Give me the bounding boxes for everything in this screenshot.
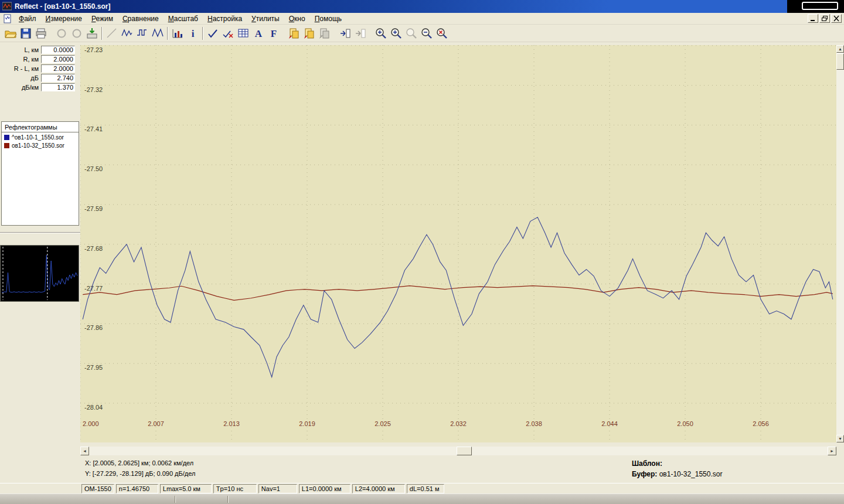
paste-from-buffer-button[interactable] — [338, 26, 353, 41]
trace-chart[interactable]: -27.23-27.32-27.41-27.50-27.59-27.68-27.… — [80, 45, 836, 442]
menu-item-compare[interactable]: Сравнение — [118, 13, 164, 24]
reflectogram-item-1[interactable]: ^ов1-10-1_1550.sor — [2, 132, 79, 141]
y-range-info: Y: [-27.229, -28.129] дБ; 0.090 дБ/дел — [85, 470, 195, 477]
zoom-in-y-button[interactable] — [389, 26, 404, 41]
text-a-button[interactable]: A — [251, 26, 266, 41]
measure-start-icon — [55, 27, 68, 40]
measure-label-db-per-km: дБ/км — [0, 84, 41, 91]
zoom-reset-icon — [435, 27, 448, 40]
reflectograms-header: Рефлектограммы — [2, 122, 79, 132]
document-icon[interactable] — [4, 14, 12, 23]
scrollbar-corner — [836, 447, 844, 455]
trace-view-1-button[interactable] — [120, 26, 135, 41]
menu-item-settings[interactable]: Настройка — [203, 13, 247, 24]
svg-text:A: A — [255, 28, 263, 39]
scroll-up-icon[interactable]: ▲ — [836, 45, 844, 53]
save-button[interactable] — [18, 26, 33, 41]
marker-apply-button[interactable] — [205, 26, 220, 41]
info-button[interactable]: i — [185, 26, 200, 41]
menu-item-mode[interactable]: Режим — [87, 13, 118, 24]
copy-to-template-button[interactable] — [287, 26, 302, 41]
menu-item-scale[interactable]: Масштаб — [164, 13, 203, 24]
status-panel-refraction-index: n=1.46750 — [116, 484, 158, 493]
reflectograms-panel: Рефлектограммы ^ов1-10-1_1550.sorов1-10-… — [1, 121, 79, 226]
params-chart-icon — [171, 27, 184, 40]
trace-color-swatch — [4, 143, 9, 148]
marker-delete-button[interactable] — [220, 26, 236, 41]
reflectograms-list: ^ов1-10-1_1550.sorов1-10-32_1550.sor — [2, 132, 79, 149]
overview-thumbnail[interactable] — [0, 245, 79, 302]
svg-text:i: i — [192, 28, 195, 39]
measure-row-l-km: L, км0.0000 — [0, 46, 80, 54]
marker-delete-icon — [222, 27, 234, 40]
copy-disabled-icon — [318, 27, 331, 40]
svg-text:-27.50: -27.50 — [84, 165, 103, 172]
trace-view-2-button[interactable] — [135, 26, 150, 41]
vertical-scrollbar[interactable]: ▲ ▼ — [836, 45, 844, 442]
svg-text:2.019: 2.019 — [299, 420, 315, 427]
trace-color-swatch — [4, 135, 9, 140]
buffer-info: Буфер: ов1-10-32_1550.sor — [632, 470, 722, 478]
status-panel-averaging: Nav=1 — [258, 484, 297, 493]
x-range-info: X: [2.0005, 2.0625] км; 0.0062 км/дел — [85, 459, 193, 466]
text-f-button[interactable]: F — [266, 26, 281, 41]
scroll-down-icon[interactable]: ▼ — [836, 435, 844, 442]
status-panel-pulse-width: Tp=10 нс — [213, 484, 257, 493]
vertical-scroll-thumb[interactable] — [836, 53, 844, 70]
copy-to-buffer-button[interactable] — [302, 26, 317, 41]
copy-to-template-icon — [288, 27, 301, 40]
zoom-out-icon — [420, 27, 433, 40]
menu-item-help[interactable]: Помощь — [310, 13, 346, 24]
menu-item-measurement[interactable]: Измерение — [41, 13, 87, 24]
copy-disabled-button — [317, 26, 332, 41]
reflectogram-item-2[interactable]: ов1-10-32_1550.sor — [2, 141, 79, 149]
measure-value-db: 2.740 — [41, 74, 75, 82]
events-table-button[interactable] — [236, 26, 251, 41]
svg-text:-27.23: -27.23 — [84, 46, 103, 53]
text-f-icon: F — [267, 27, 280, 40]
events-table-icon — [237, 27, 250, 40]
measure-row-r-km: R, км2.0000 — [0, 55, 80, 63]
svg-text:2.032: 2.032 — [450, 420, 467, 427]
window-buttons-outline[interactable] — [802, 2, 838, 10]
menu-item-file[interactable]: Файл — [14, 13, 41, 24]
save-to-device-button[interactable] — [84, 26, 100, 41]
horizontal-scrollbar[interactable]: ◄ ► — [80, 447, 836, 455]
measure-start-button — [54, 26, 69, 41]
open-button[interactable] — [3, 26, 18, 41]
measure-value-db-per-km: 1.370 — [41, 83, 75, 91]
zoom-reset-button[interactable] — [434, 26, 450, 41]
zoom-out-button[interactable] — [419, 26, 434, 41]
menu-item-utilities[interactable]: Утилиты — [247, 13, 284, 24]
toolbar-separator — [167, 27, 168, 40]
line-approx-button — [104, 26, 120, 41]
params-chart-button[interactable] — [170, 26, 185, 41]
print-icon — [35, 27, 47, 40]
measure-value-r-km: 2.0000 — [41, 55, 75, 63]
measure-value-r-minus-l-km: 2.0000 — [41, 64, 75, 73]
zoom-in-x-icon — [375, 27, 387, 40]
svg-text:-27.68: -27.68 — [84, 245, 103, 252]
restore-icon[interactable] — [819, 14, 830, 23]
status-panel-l2: L2=4.0000 км — [352, 484, 405, 493]
scroll-right-icon[interactable]: ► — [828, 447, 836, 455]
text-a-icon: A — [252, 27, 265, 40]
trace-view-1-icon — [121, 27, 134, 40]
horizontal-scroll-thumb[interactable] — [457, 447, 472, 455]
paste-disabled-icon — [354, 27, 367, 40]
zoom-in-y-icon — [390, 27, 403, 40]
template-label: Шаблон: — [632, 459, 662, 468]
scroll-left-icon[interactable]: ◄ — [80, 447, 89, 455]
zoom-window-icon — [405, 27, 418, 40]
title-bar: Reflect - [ов1-10-1_1550.sor] — [0, 0, 844, 13]
print-button[interactable] — [33, 26, 49, 41]
zoom-in-x-button[interactable] — [373, 26, 389, 41]
menu-item-window[interactable]: Окно — [284, 13, 310, 24]
open-icon — [4, 27, 17, 40]
minimize-icon[interactable] — [808, 14, 818, 23]
buffer-label: Буфер: — [632, 470, 657, 478]
trace-view-3-button[interactable] — [150, 26, 165, 41]
measure-repeat-button — [69, 26, 84, 41]
mdi-window-buttons — [808, 14, 842, 23]
close-icon[interactable] — [831, 14, 842, 23]
